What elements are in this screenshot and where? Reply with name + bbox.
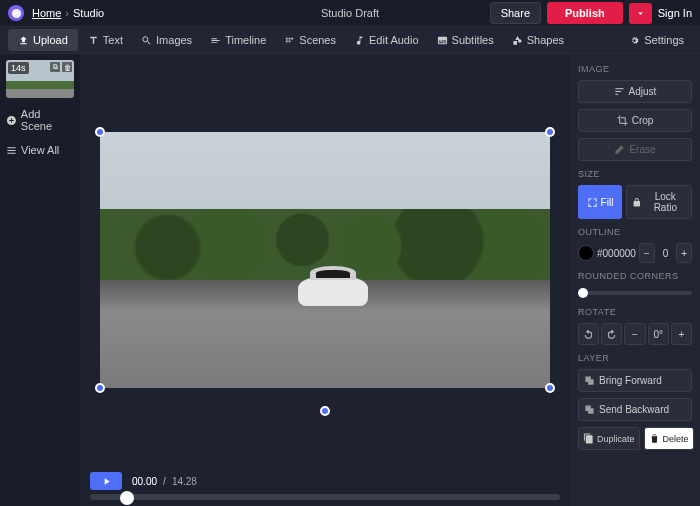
header-bar: Home › Studio Studio Draft Share Publish… xyxy=(0,0,700,26)
adjust-button[interactable]: Adjust xyxy=(578,80,692,103)
section-rounded: ROUNDED CORNERS xyxy=(578,271,692,281)
timeline-tool[interactable]: Timeline xyxy=(202,30,274,50)
section-layer: LAYER xyxy=(578,353,692,363)
publish-dropdown[interactable] xyxy=(629,3,652,24)
properties-panel: IMAGE Adjust Crop Erase SIZE Fill Lock R… xyxy=(570,54,700,506)
rotate-cw-icon xyxy=(606,329,617,340)
rotate-handle[interactable] xyxy=(320,406,330,416)
canvas-selection[interactable] xyxy=(100,132,550,388)
text-icon xyxy=(88,35,99,46)
rotate-cw[interactable] xyxy=(601,323,622,345)
list-icon xyxy=(6,145,17,156)
car-object xyxy=(298,276,368,306)
app-logo[interactable] xyxy=(8,5,24,21)
shapes-label: Shapes xyxy=(527,34,564,46)
images-tool[interactable]: Images xyxy=(133,30,200,50)
breadcrumb: Home › Studio xyxy=(32,7,104,19)
fill-button[interactable]: Fill xyxy=(578,185,622,219)
resize-handle-tl[interactable] xyxy=(95,127,105,137)
scenes-label: Scenes xyxy=(299,34,336,46)
shapes-tool[interactable]: Shapes xyxy=(504,30,572,50)
rotate-minus[interactable]: − xyxy=(624,323,645,345)
upload-button[interactable]: Upload xyxy=(8,29,78,51)
add-scene-button[interactable]: Add Scene xyxy=(6,106,74,134)
breadcrumb-current: Studio xyxy=(73,7,104,19)
rotate-value: 0° xyxy=(648,323,669,345)
plus-circle-icon xyxy=(6,115,17,126)
view-all-label: View All xyxy=(21,144,59,156)
document-title[interactable]: Studio Draft xyxy=(321,7,379,19)
lock-icon xyxy=(632,197,642,208)
canvas-area: 00.00 / 14.28 xyxy=(80,54,570,506)
backward-icon xyxy=(584,404,595,415)
settings-button[interactable]: Settings xyxy=(621,30,692,50)
subtitles-label: Subtitles xyxy=(452,34,494,46)
text-label: Text xyxy=(103,34,123,46)
view-all-button[interactable]: View All xyxy=(6,142,74,158)
scrubber-handle[interactable] xyxy=(120,491,134,505)
send-backward-button[interactable]: Send Backward xyxy=(578,398,692,421)
subtitles-tool[interactable]: Subtitles xyxy=(429,30,502,50)
outline-color-swatch[interactable] xyxy=(578,245,594,261)
resize-handle-br[interactable] xyxy=(545,383,555,393)
forward-icon xyxy=(584,375,595,386)
text-tool[interactable]: Text xyxy=(80,30,131,50)
shapes-icon xyxy=(512,35,523,46)
subtitles-icon xyxy=(437,35,448,46)
images-label: Images xyxy=(156,34,192,46)
outline-width: 0 xyxy=(658,243,673,263)
delete-button[interactable]: Delete xyxy=(644,427,694,450)
audio-icon xyxy=(354,35,365,46)
scenes-tool[interactable]: Scenes xyxy=(276,30,344,50)
trash-icon xyxy=(649,433,660,444)
settings-label: Settings xyxy=(644,34,684,46)
rounded-slider[interactable] xyxy=(578,291,692,295)
playback-bar: 00.00 / 14.28 xyxy=(80,466,570,506)
publish-button[interactable]: Publish xyxy=(547,2,623,24)
rotate-plus[interactable]: + xyxy=(671,323,692,345)
toolbar: Upload Text Images Timeline Scenes Edit … xyxy=(0,26,700,54)
copy-icon[interactable]: ⧉ xyxy=(50,62,60,72)
timeline-label: Timeline xyxy=(225,34,266,46)
scenes-icon xyxy=(284,35,295,46)
timeline-scrubber[interactable] xyxy=(90,494,560,500)
bring-forward-button[interactable]: Bring Forward xyxy=(578,369,692,392)
section-image: IMAGE xyxy=(578,64,692,74)
timeline-icon xyxy=(210,35,221,46)
fill-icon xyxy=(587,197,598,208)
scenes-panel: 14s ⧉ 🗑 Add Scene View All xyxy=(0,54,80,506)
rotate-ccw-icon xyxy=(583,329,594,340)
upload-label: Upload xyxy=(33,34,68,46)
lock-ratio-button[interactable]: Lock Ratio xyxy=(626,185,692,219)
rotate-ccw[interactable] xyxy=(578,323,599,345)
breadcrumb-home[interactable]: Home xyxy=(32,7,61,19)
editaudio-tool[interactable]: Edit Audio xyxy=(346,30,427,50)
erase-icon xyxy=(614,144,625,155)
signin-link[interactable]: Sign In xyxy=(658,7,692,19)
upload-icon xyxy=(18,35,29,46)
editaudio-label: Edit Audio xyxy=(369,34,419,46)
timecode: 00.00 / 14.28 xyxy=(132,476,197,487)
resize-handle-tr[interactable] xyxy=(545,127,555,137)
svg-point-0 xyxy=(11,8,20,17)
search-icon xyxy=(141,35,152,46)
resize-handle-bl[interactable] xyxy=(95,383,105,393)
delete-scene-icon[interactable]: 🗑 xyxy=(62,62,72,72)
add-scene-label: Add Scene xyxy=(21,108,74,132)
scene-duration: 14s xyxy=(8,62,29,74)
outline-minus[interactable]: − xyxy=(639,243,655,263)
duplicate-button[interactable]: Duplicate xyxy=(578,427,640,450)
canvas-image[interactable] xyxy=(100,132,550,388)
chevron-down-icon xyxy=(635,8,646,19)
breadcrumb-separator: › xyxy=(65,7,69,19)
section-size: SIZE xyxy=(578,169,692,179)
crop-button[interactable]: Crop xyxy=(578,109,692,132)
erase-button[interactable]: Erase xyxy=(578,138,692,161)
outline-plus[interactable]: + xyxy=(676,243,692,263)
gear-icon xyxy=(629,35,640,46)
duplicate-icon xyxy=(583,433,594,444)
crop-icon xyxy=(617,115,628,126)
play-button[interactable] xyxy=(90,472,122,490)
share-button[interactable]: Share xyxy=(490,2,541,24)
scene-thumbnail[interactable]: 14s ⧉ 🗑 xyxy=(6,60,74,98)
